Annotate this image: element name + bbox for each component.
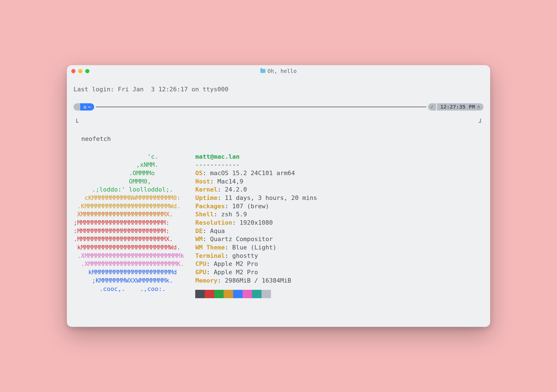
check-icon: ✔ <box>431 104 434 110</box>
info-key-cpu: CPU <box>195 260 206 267</box>
home-icon: ⌂ <box>84 104 86 110</box>
left-bracket: └ <box>75 118 78 127</box>
info-val-kernel: 24.2.0 <box>225 186 247 193</box>
info-key-gpu: GPU <box>195 269 206 276</box>
terminal-window[interactable]: Oh, hello Last login: Fri Jan 3 12:26:17… <box>67 65 490 327</box>
swatch-5 <box>243 290 252 298</box>
os-segment <box>74 103 80 111</box>
swatch-6 <box>252 290 262 298</box>
info-val-wm: Quartz Compositor <box>210 236 273 242</box>
info-val-wmtheme: Blue (Light) <box>232 244 277 251</box>
info-val-host: Mac14,9 <box>218 178 243 185</box>
swatch-0 <box>195 290 205 298</box>
info-val-resolution: 1920x1080 <box>240 219 273 226</box>
time-segment: 12:27:35 PM◷ <box>437 103 483 111</box>
close-button[interactable] <box>71 69 75 73</box>
traffic-lights <box>71 69 89 73</box>
info-key-de: DE <box>195 227 203 234</box>
folder-icon <box>260 69 265 73</box>
system-info: matt@mac.lan ------------ OS: macOS 15.2… <box>195 153 317 298</box>
info-val-gpu: Apple M2 Pro <box>214 269 258 276</box>
info-val-packages: 107 (brew) <box>232 203 269 210</box>
status-segment: ✔ <box>428 103 436 111</box>
info-divider: ------------ <box>195 161 240 168</box>
command-line: neofetch <box>74 135 483 143</box>
minimize-button[interactable] <box>78 69 82 73</box>
info-val-os: macOS 15.2 24C101 arm64 <box>210 170 295 177</box>
swatch-2 <box>214 290 224 298</box>
terminal-body[interactable]: Last login: Fri Jan 3 12:26:17 on ttys00… <box>67 77 490 327</box>
info-val-memory: 2986MiB / 16384MiB <box>225 277 291 284</box>
info-user: matt <box>195 153 210 160</box>
info-key-memory: Memory <box>195 277 217 284</box>
swatch-7 <box>262 290 271 298</box>
info-key-resolution: Resolution <box>195 219 232 226</box>
info-key-wm: WM <box>195 236 203 242</box>
clock-icon: ◷ <box>477 104 480 110</box>
info-key-os: OS <box>195 170 203 177</box>
neofetch-output: 'c. ,xNMM. .OMMMMo OMMM0, .;loddo:' lool… <box>74 153 483 298</box>
info-host: mac.lan <box>214 153 240 160</box>
window-title: Oh, hello <box>268 68 297 74</box>
info-key-kernel: Kernel <box>195 186 217 193</box>
info-val-de: Aqua <box>210 227 225 234</box>
swatch-4 <box>233 290 243 298</box>
info-val-cpu: Apple M2 Pro <box>214 260 258 267</box>
right-bracket: ┘ <box>479 118 482 127</box>
time-text: 12:27:35 PM <box>440 104 475 110</box>
info-key-packages: Packages <box>195 203 225 210</box>
prompt-divider <box>96 107 426 107</box>
swatch-3 <box>224 290 233 298</box>
ascii-logo: 'c. ,xNMM. .OMMMMo OMMM0, .;loddo:' lool… <box>74 153 184 298</box>
info-key-terminal: Terminal <box>195 252 225 259</box>
info-key-shell: Shell <box>195 211 214 218</box>
info-val-terminal: ghostty <box>232 252 258 259</box>
info-key-uptime: Uptime <box>195 194 217 201</box>
color-swatches <box>195 290 317 298</box>
info-key-host: Host <box>195 178 210 185</box>
info-key-wmtheme: WM Theme <box>195 244 225 251</box>
swatch-1 <box>205 290 214 298</box>
titlebar[interactable]: Oh, hello <box>67 65 490 77</box>
cwd-segment: ⌂~ <box>80 103 94 111</box>
prompt-row-1: ⌂~ ✔12:27:35 PM◷ <box>74 103 483 111</box>
zoom-button[interactable] <box>85 69 89 73</box>
last-login-line: Last login: Fri Jan 3 12:26:17 on ttys00… <box>74 85 483 94</box>
cwd-text: ~ <box>88 104 91 110</box>
info-val-uptime: 11 days, 3 hours, 20 mins <box>225 194 317 201</box>
info-val-shell: zsh 5.9 <box>221 211 247 218</box>
